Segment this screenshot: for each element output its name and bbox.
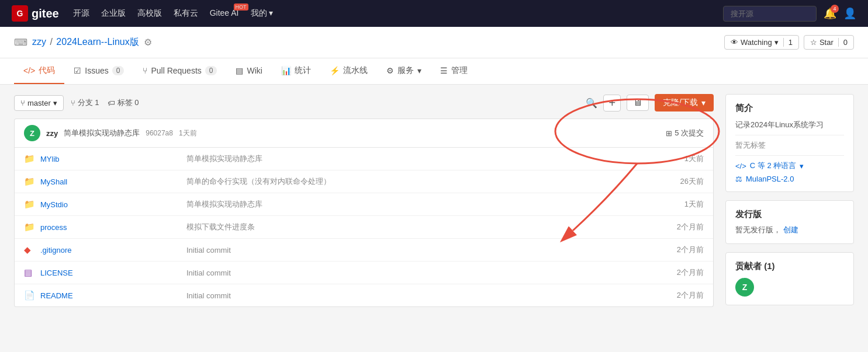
search-input[interactable] xyxy=(723,6,817,22)
commit-message: 简单模拟实现动静态库 xyxy=(64,128,140,138)
commit-avatar: Z xyxy=(24,125,40,141)
stats-icon: 📊 xyxy=(281,66,291,75)
commit-time: 1天前 xyxy=(179,128,197,138)
notif-badge: 4 xyxy=(831,5,839,13)
folder-icon: 📁 xyxy=(24,154,34,164)
nav-open-source[interactable]: 开源 xyxy=(73,8,89,19)
no-tag: 暂无标签 xyxy=(735,140,844,151)
commit-info-bar: Z zzy 简单模拟实现动静态库 96027a8 1天前 ⊞ 5 次提交 xyxy=(14,119,714,148)
branch-icon: ⑂ xyxy=(20,99,25,107)
repo-owner-link[interactable]: zzy xyxy=(32,37,46,47)
intro-desc: 记录2024年Linux系统学习 xyxy=(735,120,844,130)
file-time-gitignore: 2个月前 xyxy=(663,245,704,255)
watch-dropdown-icon: ▾ xyxy=(774,38,779,47)
nav-enterprise[interactable]: 企业版 xyxy=(101,8,126,19)
file-time-mylib: 1天前 xyxy=(663,154,704,164)
branch-bar: ⑂ master ▾ ⑂ 分支 1 🏷 标签 0 🔍 + 🖥 克隆/下载 ▾ xyxy=(14,94,714,111)
contributor-avatar[interactable]: Z xyxy=(735,278,754,297)
nav-my-dropdown[interactable]: 我的 ▾ xyxy=(251,8,274,19)
repo-name-link[interactable]: 2024Learn--Linux版 xyxy=(56,37,139,47)
lang-label: C 等 2 种语言 xyxy=(750,161,796,171)
file-desc-license: Initial commit xyxy=(186,269,657,277)
tab-code[interactable]: </> 代码 xyxy=(14,58,64,84)
release-create-link[interactable]: 创建 xyxy=(783,225,798,234)
tab-stats[interactable]: 📊 统计 xyxy=(272,58,320,84)
intro-section: 简介 记录2024年Linux系统学习 暂无标签 </> C 等 2 种语言 ▾… xyxy=(725,94,854,192)
file-name-gitignore[interactable]: .gitignore xyxy=(40,246,110,255)
file-name-mystdio[interactable]: MyStdio xyxy=(40,200,110,209)
monitor-button[interactable]: 🖥 xyxy=(627,95,649,111)
hot-badge: HOT xyxy=(234,4,248,11)
clone-download-button[interactable]: 克隆/下载 ▾ xyxy=(655,94,714,111)
readme-icon: 📄 xyxy=(24,290,34,301)
wiki-icon: ▤ xyxy=(236,66,243,75)
language-tag[interactable]: </> C 等 2 种语言 ▾ xyxy=(735,161,844,171)
tab-wiki-label: Wiki xyxy=(247,66,262,75)
left-panel: ⑂ master ▾ ⑂ 分支 1 🏷 标签 0 🔍 + 🖥 克隆/下载 ▾ xyxy=(14,94,714,313)
add-file-button[interactable]: + xyxy=(603,95,621,111)
nav-university[interactable]: 高校版 xyxy=(137,8,162,19)
file-row-process: 📁 process 模拟下载文件进度条 2个月前 xyxy=(15,216,713,239)
branch-info: ⑂ 分支 1 🏷 标签 0 xyxy=(71,97,139,108)
notification-icon[interactable]: 🔔 4 xyxy=(824,7,836,20)
file-desc-myshall: 简单的命令行实现（没有对内联命令处理） xyxy=(186,176,657,187)
code-icon: </> xyxy=(23,66,35,75)
release-title: 发行版 xyxy=(735,209,844,220)
tab-wiki[interactable]: ▤ Wiki xyxy=(226,58,271,84)
license-label: MulanPSL-2.0 xyxy=(746,175,794,183)
branch-dropdown-icon: ▾ xyxy=(53,99,57,107)
search-repo-icon[interactable]: 🔍 xyxy=(586,97,597,109)
commit-count[interactable]: ⊞ 5 次提交 xyxy=(666,128,704,138)
tab-issues[interactable]: ☑ Issues 0 xyxy=(64,58,133,84)
nav-gitee-ai[interactable]: Gitee AI HOT xyxy=(210,8,239,19)
nav-links: 开源 企业版 高校版 私有云 Gitee AI HOT 我的 ▾ xyxy=(73,8,274,19)
branch-fork-icon: ⑂ xyxy=(71,99,75,107)
intro-title: 简介 xyxy=(735,103,844,114)
pr-badge: 0 xyxy=(205,66,217,75)
main-content: ⑂ master ▾ ⑂ 分支 1 🏷 标签 0 🔍 + 🖥 克隆/下载 ▾ xyxy=(0,85,868,323)
issues-icon: ☑ xyxy=(74,66,81,75)
contributors-section: 贡献者 (1) Z xyxy=(725,252,854,305)
tab-manage[interactable]: ☰ 管理 xyxy=(431,58,477,84)
tab-pipeline[interactable]: ⚡ 流水线 xyxy=(320,58,377,84)
repo-type-icon: ⌨ xyxy=(14,37,27,48)
watch-button[interactable]: 👁 Watching ▾ 1 xyxy=(724,35,799,50)
file-time-process: 2个月前 xyxy=(663,222,704,232)
issues-badge: 0 xyxy=(112,66,125,75)
file-name-mylib[interactable]: MYlib xyxy=(40,155,110,163)
repo-settings-icon[interactable]: ⚙ xyxy=(144,37,152,48)
tab-issues-label: Issues xyxy=(85,66,108,75)
profile-icon[interactable]: 👤 xyxy=(843,7,856,20)
commit-user[interactable]: zzy xyxy=(46,129,58,138)
right-panel: 简介 记录2024年Linux系统学习 暂无标签 </> C 等 2 种语言 ▾… xyxy=(725,94,854,313)
file-row-myshall: 📁 MyShall 简单的命令行实现（没有对内联命令处理） 26天前 xyxy=(15,170,713,193)
file-desc-mystdio: 简单模拟实现动静态库 xyxy=(186,199,657,210)
file-name-process[interactable]: process xyxy=(40,223,110,232)
file-time-myshall: 26天前 xyxy=(663,176,704,187)
services-icon: ⚙ xyxy=(386,66,394,75)
license-tag[interactable]: ⚖ MulanPSL-2.0 xyxy=(735,175,844,183)
nav-private-cloud[interactable]: 私有云 xyxy=(174,8,198,19)
watch-label: Watching xyxy=(741,38,772,47)
pipeline-icon: ⚡ xyxy=(330,66,340,75)
logo[interactable]: G gitee xyxy=(12,5,59,22)
watch-count: 1 xyxy=(783,38,793,47)
gitignore-icon: ◆ xyxy=(24,245,34,255)
eye-icon: 👁 xyxy=(731,38,738,47)
commit-count-label: 5 次提交 xyxy=(675,128,704,138)
tab-services[interactable]: ⚙ 服务 ▾ xyxy=(377,58,431,84)
file-name-myshall[interactable]: MyShall xyxy=(40,177,110,186)
file-name-license[interactable]: LICENSE xyxy=(40,269,110,277)
tab-code-label: 代码 xyxy=(39,65,55,76)
pr-icon: ⑂ xyxy=(143,66,147,75)
tab-pipeline-label: 流水线 xyxy=(343,65,368,76)
branch-selector[interactable]: ⑂ master ▾ xyxy=(14,95,64,111)
top-navigation: G gitee 开源 企业版 高校版 私有云 Gitee AI HOT 我的 ▾… xyxy=(0,0,868,27)
lang-code-icon: </> xyxy=(735,162,746,170)
tab-pull-requests[interactable]: ⑂ Pull Requests 0 xyxy=(133,58,226,84)
contrib-title: 贡献者 (1) xyxy=(735,261,844,272)
star-label: Star xyxy=(819,38,834,47)
file-name-readme[interactable]: README xyxy=(40,291,110,300)
star-button[interactable]: ☆ Star 0 xyxy=(804,35,854,50)
commit-hash[interactable]: 96027a8 xyxy=(146,129,173,137)
